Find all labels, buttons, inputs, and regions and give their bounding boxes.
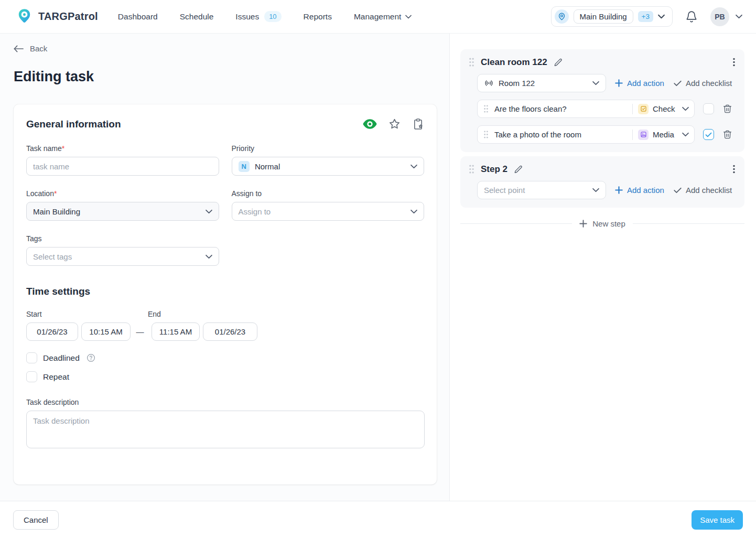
nav-label: Dashboard	[118, 12, 158, 21]
favorite-star-icon[interactable]	[388, 118, 401, 130]
divider	[633, 223, 744, 224]
topbar-right-cluster: Main Building +3 PB	[551, 6, 742, 27]
brand[interactable]: TARGPatrol	[16, 8, 98, 25]
media-type-icon	[638, 130, 649, 140]
save-task-button[interactable]: Save task	[692, 510, 743, 530]
checklist-item[interactable]: Are the floors clean? Check	[477, 100, 695, 118]
tags-select[interactable]: Select tags	[26, 247, 219, 266]
repeat-checkbox[interactable]	[26, 371, 37, 382]
step-title: Clean room 122	[481, 57, 547, 68]
add-checklist-button[interactable]: Add checklist	[674, 79, 732, 88]
nav-item-reports[interactable]: Reports	[304, 12, 332, 21]
assign-to-placeholder: Assign to	[239, 207, 411, 216]
end-date-input[interactable]	[203, 322, 257, 341]
add-action-button[interactable]: Add action	[615, 79, 664, 88]
step-card-2: Step 2 Select point	[460, 156, 744, 208]
repeat-label: Repeat	[43, 372, 69, 382]
priority-select[interactable]: N Normal	[232, 157, 425, 176]
end-time-input[interactable]	[152, 322, 200, 341]
start-date-input[interactable]	[26, 322, 78, 341]
notifications-bell-icon[interactable]	[685, 10, 698, 23]
location-switcher[interactable]: Main Building +3	[551, 6, 673, 27]
time-settings-title: Time settings	[26, 286, 424, 297]
task-description-label: Task description	[26, 398, 424, 406]
item-type-value: Media	[653, 130, 682, 139]
edit-pencil-icon[interactable]	[514, 165, 523, 174]
checklist-item-text: Take a photo of the room	[494, 130, 632, 139]
point-select[interactable]: Select point	[477, 181, 606, 199]
issues-count-badge: 10	[264, 11, 281, 22]
signal-point-icon	[484, 78, 494, 88]
divider	[460, 223, 572, 224]
point-select[interactable]: Room 122	[477, 74, 606, 92]
footer-action-bar: Cancel Save task	[0, 501, 756, 538]
back-button[interactable]: Back	[14, 44, 47, 53]
general-information-title: General information	[26, 119, 121, 130]
general-information-card: General information	[14, 104, 437, 485]
tags-placeholder: Select tags	[33, 252, 206, 261]
nav-item-schedule[interactable]: Schedule	[180, 12, 214, 21]
new-step-row: New step	[460, 219, 744, 228]
drag-handle-icon[interactable]	[483, 105, 489, 113]
end-label: End	[148, 310, 161, 318]
nav-item-dashboard[interactable]: Dashboard	[118, 12, 158, 21]
help-question-icon[interactable]	[87, 353, 95, 362]
drag-handle-icon[interactable]	[469, 58, 474, 67]
chevron-down-icon	[592, 188, 599, 192]
main-nav: Dashboard Schedule Issues 10 Reports Man…	[118, 11, 412, 22]
chevron-down-icon	[592, 81, 599, 85]
location-select[interactable]: Main Building	[26, 202, 219, 221]
main-content: Back Editing task General information	[0, 34, 756, 501]
priority-label: Priority	[232, 144, 425, 153]
plus-icon	[615, 186, 623, 194]
save-template-clipboard-icon[interactable]	[412, 118, 424, 130]
deadlined-label: Deadlined	[43, 353, 80, 363]
item-required-checkbox[interactable]	[703, 103, 714, 114]
check-icon	[674, 187, 682, 193]
time-range-separator: —	[134, 327, 146, 336]
add-checklist-button[interactable]: Add checklist	[674, 186, 732, 195]
trash-icon[interactable]	[722, 130, 732, 139]
step-title: Step 2	[481, 164, 507, 175]
chevron-down-icon	[206, 254, 212, 259]
checklist-item[interactable]: Take a photo of the room Media	[477, 125, 695, 144]
visibility-eye-icon[interactable]	[363, 119, 377, 130]
start-label: Start	[26, 310, 148, 318]
chevron-down-icon[interactable]	[736, 14, 742, 19]
task-form-pane: Back Editing task General information	[0, 34, 450, 501]
check-icon	[674, 80, 682, 87]
brand-name: TARGPatrol	[38, 10, 98, 23]
new-step-button[interactable]: New step	[572, 219, 633, 228]
task-name-input[interactable]	[26, 157, 219, 176]
top-navigation-bar: TARGPatrol Dashboard Schedule Issues 10 …	[0, 0, 756, 34]
trash-icon[interactable]	[722, 104, 732, 114]
drag-handle-icon[interactable]	[483, 131, 489, 138]
page-title: Editing task	[14, 69, 437, 85]
cancel-button[interactable]: Cancel	[13, 510, 59, 530]
add-action-button[interactable]: Add action	[615, 186, 664, 195]
item-required-checkbox[interactable]	[703, 129, 714, 140]
step-card-1: Clean room 122	[460, 49, 744, 152]
task-description-textarea[interactable]	[26, 411, 425, 448]
chevron-down-icon	[682, 132, 689, 137]
divider	[632, 104, 633, 114]
drag-handle-icon[interactable]	[469, 165, 474, 174]
step-menu-kebab-icon[interactable]	[732, 57, 736, 68]
location-extra-badge: +3	[638, 11, 653, 22]
nav-item-issues[interactable]: Issues 10	[235, 11, 281, 22]
avatar[interactable]: PB	[710, 7, 729, 26]
priority-value: Normal	[255, 162, 411, 171]
plus-icon	[579, 220, 587, 228]
task-name-label: Task name*	[26, 144, 219, 153]
nav-label: Issues	[235, 12, 259, 21]
step-menu-kebab-icon[interactable]	[732, 164, 736, 175]
checklist-item-row: Are the floors clean? Check	[477, 100, 736, 118]
assign-to-select[interactable]: Assign to	[232, 202, 425, 221]
deadlined-checkbox[interactable]	[26, 352, 37, 363]
nav-item-management[interactable]: Management	[354, 12, 412, 21]
nav-label: Reports	[304, 12, 332, 21]
edit-pencil-icon[interactable]	[554, 58, 563, 67]
start-time-input[interactable]	[81, 322, 131, 341]
nav-label: Management	[354, 12, 401, 21]
priority-level-badge: N	[239, 161, 250, 172]
